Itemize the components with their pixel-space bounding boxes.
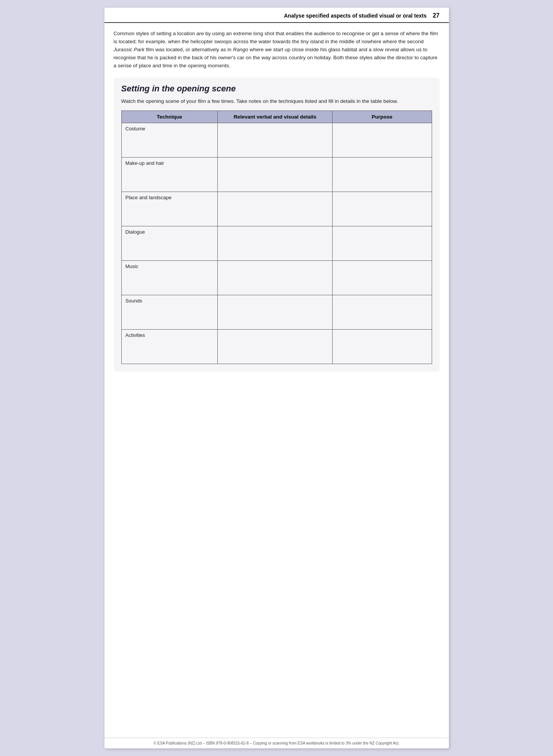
technique-cell: Dialogue (121, 226, 217, 260)
technique-cell: Activities (121, 329, 217, 364)
verbal-visual-cell[interactable] (217, 123, 332, 157)
purpose-cell[interactable] (332, 260, 432, 295)
page-content: Common styles of setting a location are … (104, 23, 449, 738)
table-header-row: Technique Relevant verbal and visual det… (121, 111, 432, 123)
verbal-visual-cell[interactable] (217, 295, 332, 329)
header-title: Analyse specified aspects of studied vis… (114, 13, 427, 19)
table-row: Activities (121, 329, 432, 364)
page-header: Analyse specified aspects of studied vis… (104, 8, 449, 23)
technique-label: Make-up and hair (126, 159, 164, 166)
purpose-cell[interactable] (332, 295, 432, 329)
technique-cell: Music (121, 260, 217, 295)
technique-cell: Place and landscape (121, 192, 217, 226)
col-header-verbal-visual: Relevant verbal and visual details (217, 111, 332, 123)
table-row: Make-up and hair (121, 157, 432, 192)
table-row: Dialogue (121, 226, 432, 260)
page-number: 27 (433, 12, 440, 19)
col-header-purpose: Purpose (332, 111, 432, 123)
technique-label: Place and landscape (126, 193, 172, 200)
verbal-visual-cell[interactable] (217, 260, 332, 295)
table-row: Sounds (121, 295, 432, 329)
technique-label: Costume (126, 124, 145, 132)
technique-cell: Sounds (121, 295, 217, 329)
technique-label: Activities (126, 331, 145, 338)
table-row: Music (121, 260, 432, 295)
page: Analyse specified aspects of studied vis… (104, 8, 449, 748)
technique-label: Music (126, 262, 139, 269)
technique-label: Dialogue (126, 228, 145, 235)
section-intro: Watch the opening scene of your film a f… (121, 98, 432, 105)
section-title: Setting in the opening scene (121, 84, 432, 94)
col-header-technique: Technique (121, 111, 217, 123)
verbal-visual-cell[interactable] (217, 192, 332, 226)
table-row: Place and landscape (121, 192, 432, 226)
verbal-visual-cell[interactable] (217, 226, 332, 260)
technique-label: Sounds (126, 296, 142, 304)
verbal-visual-cell[interactable] (217, 157, 332, 192)
purpose-cell[interactable] (332, 157, 432, 192)
intro-paragraph: Common styles of setting a location are … (114, 30, 440, 70)
section-box: Setting in the opening scene Watch the o… (114, 78, 440, 372)
technique-cell: Costume (121, 123, 217, 157)
page-footer: © ESA Publications (NZ) Ltd – ISBN 978-0… (104, 738, 449, 748)
purpose-cell[interactable] (332, 226, 432, 260)
purpose-cell[interactable] (332, 192, 432, 226)
purpose-cell[interactable] (332, 329, 432, 364)
verbal-visual-cell[interactable] (217, 329, 332, 364)
table-row: Costume (121, 123, 432, 157)
footer-text: © ESA Publications (NZ) Ltd – ISBN 978-0… (153, 741, 400, 745)
technique-table: Technique Relevant verbal and visual det… (121, 111, 432, 364)
purpose-cell[interactable] (332, 123, 432, 157)
technique-cell: Make-up and hair (121, 157, 217, 192)
